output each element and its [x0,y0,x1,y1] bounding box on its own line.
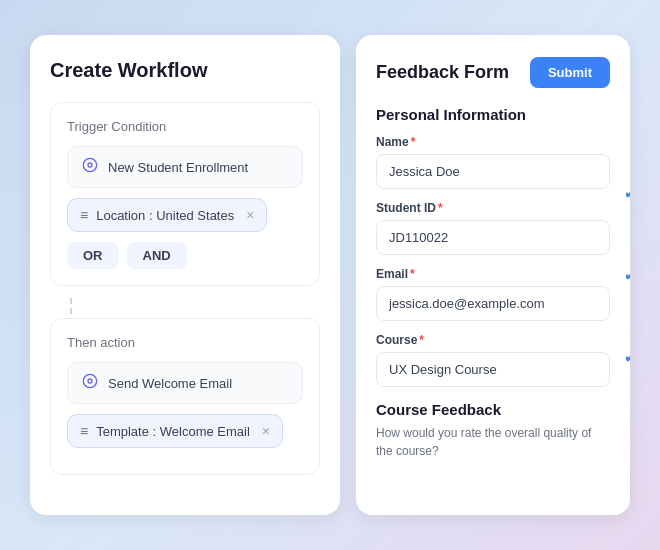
check-mark-3: ✓ [623,346,630,368]
trigger-text: New Student Enrollment [108,160,248,175]
student-id-label: Student ID* [376,201,610,215]
course-field-group: Course* [376,333,610,399]
action-text: Send Welcome Email [108,376,232,391]
name-field-group: Name* [376,135,610,201]
check-mark-2: ✓ [623,264,630,286]
workflow-panel: Create Workflow Trigger Condition New St… [30,35,340,515]
email-action-icon [82,373,98,393]
name-input[interactable] [376,154,610,189]
enrollment-icon [82,157,98,177]
svg-point-2 [83,374,96,387]
svg-point-3 [88,379,92,383]
workflow-title: Create Workflow [50,59,320,82]
svg-point-1 [88,163,92,167]
main-container: Create Workflow Trigger Condition New St… [10,15,650,535]
trigger-section-label: Trigger Condition [67,119,303,134]
form-header: Feedback Form Submit [376,57,610,88]
form-title: Feedback Form [376,62,509,83]
location-tag-close[interactable]: × [246,207,254,223]
student-id-field-group: Student ID* [376,201,610,267]
template-tag[interactable]: ≡ Template : Welcome Email × [67,414,283,448]
course-input[interactable] [376,352,610,387]
action-email-item[interactable]: Send Welcome Email [67,362,303,404]
personal-section-heading: Personal Information [376,106,610,123]
email-field-group: Email* [376,267,610,333]
action-box: Then action Send Welcome Email ≡ Templat… [50,318,320,475]
template-tag-close[interactable]: × [262,423,270,439]
side-checkmarks: ✓ ✓ ✓ [623,182,630,368]
form-panel: Feedback Form Submit Personal Informatio… [356,35,630,515]
template-filter-icon: ≡ [80,423,88,439]
course-label: Course* [376,333,610,347]
location-tag-text: Location : United States [96,208,234,223]
logic-buttons: OR AND [67,242,303,269]
name-label: Name* [376,135,610,149]
template-tag-text: Template : Welcome Email [96,424,250,439]
filter-icon: ≡ [80,207,88,223]
feedback-question: How would you rate the overall quality o… [376,424,610,460]
student-id-input[interactable] [376,220,610,255]
trigger-enrollment-item[interactable]: New Student Enrollment [67,146,303,188]
submit-button[interactable]: Submit [530,57,610,88]
action-section-label: Then action [67,335,303,350]
email-input[interactable] [376,286,610,321]
location-tag[interactable]: ≡ Location : United States × [67,198,267,232]
and-button[interactable]: AND [127,242,187,269]
feedback-section-heading: Course Feedback [376,401,610,418]
trigger-condition-box: Trigger Condition New Student Enrollment… [50,102,320,286]
svg-point-0 [83,158,96,171]
or-button[interactable]: OR [67,242,119,269]
email-label: Email* [376,267,610,281]
check-mark-1: ✓ [623,182,630,204]
connector-line [70,298,320,314]
